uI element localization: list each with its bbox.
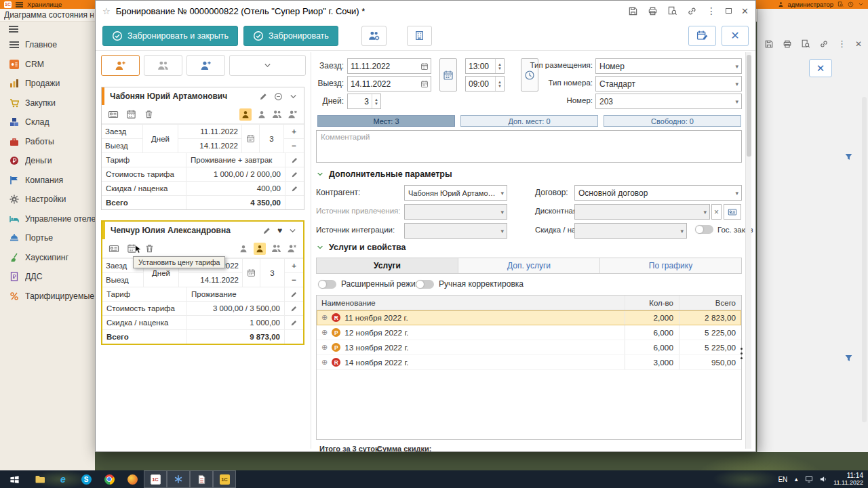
discount-card-combo[interactable]: ▾ — [574, 204, 710, 220]
sidebar-item-works[interactable]: Работы — [0, 132, 95, 152]
main-guest-heart-icon[interactable]: ♥ — [277, 226, 282, 235]
expand-icon[interactable]: ⊕ — [321, 313, 328, 322]
checkin-status-icon[interactable] — [239, 244, 248, 253]
cost-value[interactable]: 3 000,00 / 3 500,00 — [186, 302, 284, 315]
splitter-grip[interactable] — [741, 348, 743, 359]
sidebar-item-dds[interactable]: ДДС — [0, 267, 95, 287]
add-group-button[interactable] — [144, 55, 182, 76]
sidebar-item-hotel-management[interactable]: Управление отелем — [0, 209, 95, 229]
checkout-date-value[interactable]: 14.11.2022 — [178, 272, 242, 287]
discount-value[interactable]: 400,00 — [186, 182, 285, 195]
time-spinner[interactable]: ▲▼ — [495, 77, 504, 91]
close-form-button[interactable]: ✕ — [722, 26, 749, 46]
guest-status-icon[interactable] — [254, 243, 266, 255]
gos-order-toggle[interactable] — [695, 225, 713, 234]
days-input[interactable] — [348, 97, 372, 106]
sidebar-item-housekeeping[interactable]: Хаускипинг — [0, 248, 95, 268]
favorite-star-icon[interactable]: ☆ — [102, 6, 111, 16]
days-spinner[interactable]: ▲▼ — [372, 94, 380, 108]
start-button[interactable] — [0, 470, 28, 488]
checkout-date-input[interactable] — [348, 79, 418, 89]
tray-expand-icon[interactable]: ▲ — [793, 476, 799, 483]
checkout-status-icon[interactable] — [288, 109, 298, 119]
collapse-card-chevron-icon[interactable] — [288, 226, 297, 235]
expand-icon[interactable]: ⊕ — [321, 343, 328, 352]
edit-cost-button[interactable] — [284, 302, 303, 315]
tray-clock[interactable]: 11:14 11.11.2022 — [833, 472, 863, 487]
discount-value[interactable]: 1 000,00 — [186, 316, 284, 329]
days-increment-button[interactable]: + — [284, 258, 303, 272]
column-total[interactable]: Всего — [679, 296, 741, 310]
print-icon[interactable] — [648, 6, 658, 16]
comment-textarea[interactable] — [316, 130, 742, 163]
checkout-date-value[interactable]: 14.11.2022 — [178, 138, 241, 152]
sidebar-item-main[interactable]: Главное — [0, 35, 95, 55]
integration-source-combo[interactable]: ▾ — [404, 223, 507, 239]
restore-window-icon[interactable] — [726, 8, 732, 14]
scrollbar[interactable] — [745, 52, 751, 449]
delete-guest-button[interactable] — [144, 243, 155, 253]
extra-params-section[interactable]: Дополнительные параметры — [316, 169, 452, 179]
app-menu-icon[interactable] — [16, 2, 23, 7]
sidebar-item-warehouse[interactable]: Склад — [0, 113, 95, 132]
edit-period-button[interactable] — [688, 26, 716, 46]
days-value[interactable]: 3 — [260, 258, 284, 287]
taskbar-1c-yellow[interactable]: 1С — [213, 470, 236, 488]
scrollbar[interactable] — [862, 97, 867, 422]
sidebar-item-sales[interactable]: Продажи — [0, 74, 95, 94]
guest-card[interactable]: Чепчур Юлия Александровна ♥ Заезд Дней — [101, 220, 304, 345]
book-button[interactable]: Забронировать — [243, 26, 338, 46]
sidebar-item-crm[interactable]: CRM — [0, 55, 95, 75]
edit-tariff-button[interactable] — [285, 153, 304, 167]
booking-titlebar[interactable]: ☆ Бронирование № 0000000822 (Отель "Супе… — [96, 1, 755, 21]
sidebar-item-settings[interactable]: Настройки — [0, 190, 95, 209]
services-section[interactable]: Услуги и свойства — [316, 243, 406, 252]
table-row[interactable]: ⊕ P 13 ноября 2022 г. 6,000 5 225,00 — [317, 340, 741, 355]
expand-icon[interactable]: ⊕ — [321, 328, 328, 337]
guest-status-icon[interactable] — [257, 110, 267, 119]
link-icon[interactable] — [687, 6, 697, 16]
column-qty[interactable]: Кол-во — [625, 296, 679, 310]
time-spinner[interactable]: ▲▼ — [495, 59, 504, 73]
contractor-combo[interactable]: Чабонян Юрий Артамонович▾ — [404, 185, 507, 201]
print-icon[interactable] — [783, 39, 792, 49]
calendar-icon[interactable] — [418, 62, 431, 70]
sidebar-item-reception[interactable]: Портье — [0, 228, 95, 248]
group-booking-button[interactable] — [361, 26, 387, 46]
checkin-time-field[interactable]: ▲▼ — [465, 58, 505, 74]
checkin-date-input[interactable] — [348, 62, 418, 71]
group-status-icon[interactable] — [272, 109, 282, 119]
guest-actions-dropdown[interactable] — [229, 55, 306, 76]
checkout-time-field[interactable]: ▲▼ — [465, 76, 505, 92]
tab-schedule[interactable]: По графику — [600, 258, 741, 273]
taskbar-skype[interactable]: S — [75, 470, 98, 488]
link-icon[interactable] — [819, 39, 829, 49]
delete-guest-button[interactable] — [144, 109, 154, 119]
manual-correction-toggle[interactable] — [416, 280, 434, 289]
placement-type-combo[interactable]: Номер▾ — [595, 58, 742, 74]
pick-guest-button[interactable] — [186, 55, 225, 76]
volume-icon[interactable] — [819, 475, 827, 483]
more-icon[interactable]: ⋮ — [837, 39, 846, 49]
global-search-icon[interactable] — [837, 1, 844, 7]
section-chevron-icon[interactable] — [316, 243, 324, 251]
find-icon[interactable] — [667, 6, 677, 16]
expand-icon[interactable]: ⊕ — [321, 358, 328, 367]
room-combo[interactable]: 203▾ — [595, 94, 742, 109]
set-tariff-price-button[interactable] — [126, 109, 136, 119]
taskbar-1c-red[interactable]: 1С — [144, 470, 167, 488]
extended-mode-toggle[interactable] — [318, 280, 336, 289]
tariff-value[interactable]: Проживание + завтрак — [186, 153, 285, 167]
scrollbar-thumb[interactable] — [747, 55, 751, 157]
sidebar-hamburger-icon[interactable] — [9, 26, 18, 33]
cost-value[interactable]: 1 000,00 / 2 000,00 — [186, 167, 285, 181]
add-guest-button[interactable] — [101, 55, 140, 76]
current-user[interactable]: администратор — [788, 1, 834, 8]
calendar-icon[interactable] — [418, 80, 431, 88]
checkin-time-input[interactable] — [466, 62, 495, 71]
room-type-combo[interactable]: Стандарт▾ — [595, 76, 742, 92]
group-status-icon[interactable] — [271, 243, 281, 253]
taskbar-1c-doc[interactable] — [190, 470, 213, 488]
close-window-icon[interactable]: ✕ — [741, 6, 749, 16]
contract-combo[interactable]: Основной договор▾ — [574, 185, 742, 201]
